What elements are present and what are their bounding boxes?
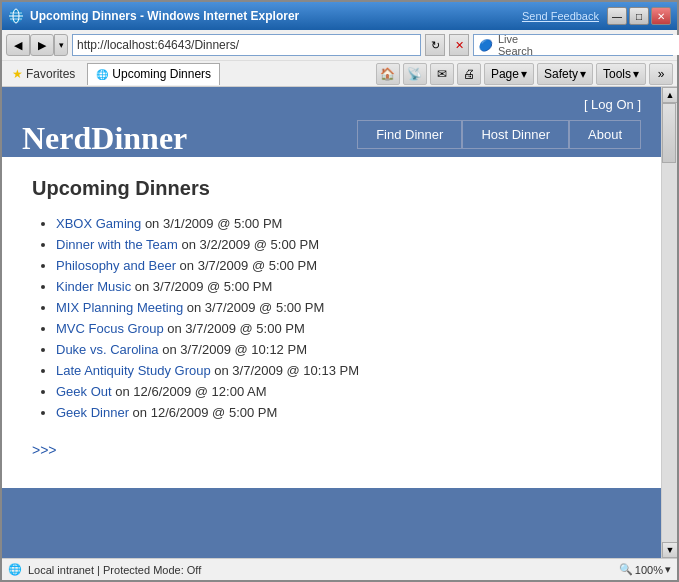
maximize-button[interactable]: □ — [629, 7, 649, 25]
about-button[interactable]: About — [569, 120, 641, 149]
print-button[interactable]: 🖨 — [457, 63, 481, 85]
scroll-down-button[interactable]: ▼ — [662, 542, 677, 558]
feeds-button[interactable]: 📡 — [403, 63, 427, 85]
toolbar-area: ◀ ▶ ▾ http://localhost:64643/Dinners/ ↻ … — [2, 30, 677, 87]
more-tools-button[interactable]: » — [649, 63, 673, 85]
title-bar: Upcoming Dinners - Windows Internet Expl… — [2, 2, 677, 30]
dinner-link[interactable]: Dinner with the Team — [56, 237, 178, 252]
toolbar-icons: 🏠 📡 ✉ 🖨 Page ▾ Safety ▾ Tools ▾ » — [376, 63, 673, 85]
search-area[interactable]: 🔵 Live Search 🔍 — [473, 34, 673, 56]
page-label: Page — [491, 67, 519, 81]
safety-menu[interactable]: Safety ▾ — [537, 63, 593, 85]
refresh-button[interactable]: ↻ — [425, 34, 445, 56]
favorites-label: Favorites — [26, 67, 75, 81]
page-dropdown-icon: ▾ — [521, 67, 527, 81]
favorites-button[interactable]: ★ Favorites — [6, 65, 81, 83]
mail-button[interactable]: ✉ — [430, 63, 454, 85]
find-dinner-button[interactable]: Find Dinner — [357, 120, 462, 149]
dinner-link[interactable]: Philosophy and Beer — [56, 258, 176, 273]
back-forward-group: ◀ ▶ ▾ — [6, 34, 68, 56]
scrollbar-thumb[interactable] — [662, 103, 676, 163]
site-header: NerdDinner [ Log On ] Find Dinner Host D… — [2, 87, 661, 157]
content-area: NerdDinner [ Log On ] Find Dinner Host D… — [2, 87, 677, 558]
host-dinner-button[interactable]: Host Dinner — [462, 120, 569, 149]
dinner-link[interactable]: MIX Planning Meeting — [56, 300, 183, 315]
dinner-link[interactable]: Duke vs. Carolina — [56, 342, 159, 357]
favorites-star-icon: ★ — [12, 67, 23, 81]
browser-window: Upcoming Dinners - Windows Internet Expl… — [0, 0, 679, 582]
nav-dropdown-button[interactable]: ▾ — [54, 34, 68, 56]
list-item: Late Antiquity Study Group on 3/7/2009 @… — [56, 363, 631, 378]
list-item: XBOX Gaming on 3/1/2009 @ 5:00 PM — [56, 216, 631, 231]
live-search-label: Live Search — [496, 33, 535, 57]
dinner-link[interactable]: Geek Dinner — [56, 405, 129, 420]
dinner-link[interactable]: XBOX Gaming — [56, 216, 141, 231]
tab-icon: 🌐 — [96, 69, 108, 80]
zoom-level: 100% — [635, 564, 663, 576]
status-text: Local intranet | Protected Mode: Off — [28, 564, 201, 576]
nav-buttons: Find Dinner Host Dinner About — [357, 120, 641, 149]
site-title: NerdDinner — [22, 120, 187, 157]
list-item: Kinder Music on 3/7/2009 @ 5:00 PM — [56, 279, 631, 294]
dinner-list: XBOX Gaming on 3/1/2009 @ 5:00 PMDinner … — [32, 216, 631, 420]
list-item: Geek Out on 12/6/2009 @ 12:00 AM — [56, 384, 631, 399]
tools-menu[interactable]: Tools ▾ — [596, 63, 646, 85]
active-tab[interactable]: 🌐 Upcoming Dinners — [87, 63, 220, 85]
minimize-button[interactable]: — — [607, 7, 627, 25]
dinner-link[interactable]: Kinder Music — [56, 279, 131, 294]
close-button[interactable]: ✕ — [651, 7, 671, 25]
favorites-bar: ★ Favorites 🌐 Upcoming Dinners 🏠 📡 ✉ 🖨 P… — [2, 60, 677, 86]
title-bar-left: Upcoming Dinners - Windows Internet Expl… — [8, 8, 299, 24]
log-on-link[interactable]: Log On — [591, 97, 634, 112]
dinner-link[interactable]: Geek Out — [56, 384, 112, 399]
address-bar-row: ◀ ▶ ▾ http://localhost:64643/Dinners/ ↻ … — [2, 30, 677, 60]
stop-button[interactable]: ✕ — [449, 34, 469, 56]
scrollbar[interactable]: ▲ ▼ — [661, 87, 677, 558]
tools-dropdown-icon: ▾ — [633, 67, 639, 81]
ie-icon — [8, 8, 24, 24]
tab-label: Upcoming Dinners — [112, 67, 211, 81]
tab-area: 🌐 Upcoming Dinners — [87, 63, 370, 85]
list-item: Geek Dinner on 12/6/2009 @ 5:00 PM — [56, 405, 631, 420]
safety-dropdown-icon: ▾ — [580, 67, 586, 81]
list-item: Philosophy and Beer on 3/7/2009 @ 5:00 P… — [56, 258, 631, 273]
address-url: http://localhost:64643/Dinners/ — [77, 38, 239, 52]
log-on-text: [ Log On ] — [584, 97, 641, 112]
site-body: Upcoming Dinners XBOX Gaming on 3/1/2009… — [2, 157, 661, 488]
dinner-link[interactable]: MVC Focus Group — [56, 321, 164, 336]
more-link[interactable]: >>> — [32, 442, 57, 458]
page-menu[interactable]: Page ▾ — [484, 63, 534, 85]
forward-button[interactable]: ▶ — [30, 34, 54, 56]
page-content: NerdDinner [ Log On ] Find Dinner Host D… — [2, 87, 661, 558]
zoom-dropdown-icon: ▾ — [665, 563, 671, 576]
zoom-button[interactable]: 🔍 100% ▾ — [619, 563, 671, 576]
page-heading: Upcoming Dinners — [32, 177, 631, 200]
address-bar[interactable]: http://localhost:64643/Dinners/ — [72, 34, 421, 56]
zoom-icon: 🔍 — [619, 563, 633, 576]
scroll-up-button[interactable]: ▲ — [662, 87, 677, 103]
scrollbar-track[interactable] — [662, 103, 677, 542]
list-item: MIX Planning Meeting on 3/7/2009 @ 5:00 … — [56, 300, 631, 315]
list-item: Duke vs. Carolina on 3/7/2009 @ 10:12 PM — [56, 342, 631, 357]
back-button[interactable]: ◀ — [6, 34, 30, 56]
window-title: Upcoming Dinners - Windows Internet Expl… — [30, 9, 299, 23]
search-input[interactable] — [535, 35, 679, 55]
status-icon: 🌐 — [8, 563, 22, 576]
log-on-suffix: ] — [634, 97, 641, 112]
ie-search-logo: 🔵 — [474, 39, 496, 52]
list-item: Dinner with the Team on 3/2/2009 @ 5:00 … — [56, 237, 631, 252]
dinner-link[interactable]: Late Antiquity Study Group — [56, 363, 211, 378]
window-controls: — □ ✕ — [607, 7, 671, 25]
header-right: [ Log On ] Find Dinner Host Dinner About — [357, 97, 641, 157]
tools-label: Tools — [603, 67, 631, 81]
status-left: 🌐 Local intranet | Protected Mode: Off — [8, 563, 201, 576]
feedback-link[interactable]: Send Feedback — [522, 10, 599, 22]
status-bar: 🌐 Local intranet | Protected Mode: Off 🔍… — [2, 558, 677, 580]
safety-label: Safety — [544, 67, 578, 81]
list-item: MVC Focus Group on 3/7/2009 @ 5:00 PM — [56, 321, 631, 336]
status-right: 🔍 100% ▾ — [619, 563, 671, 576]
home-button[interactable]: 🏠 — [376, 63, 400, 85]
